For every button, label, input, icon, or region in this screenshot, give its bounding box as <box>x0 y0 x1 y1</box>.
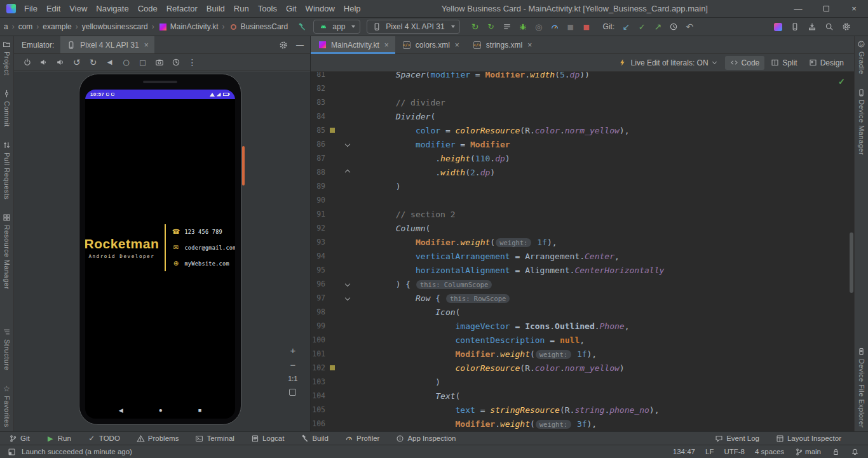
code-text[interactable]: Column( <box>356 224 430 233</box>
toolwindow-button-build[interactable]: Build <box>301 434 329 443</box>
menu-file[interactable]: File <box>20 0 42 17</box>
power-icon[interactable] <box>22 57 32 68</box>
menu-refactor[interactable]: Refactor <box>162 0 202 17</box>
close-tab-icon[interactable]: × <box>455 41 459 50</box>
code-text[interactable]: Row { this: RowScope <box>356 293 510 303</box>
line-number[interactable]: 88 <box>311 168 325 177</box>
menu-view[interactable]: View <box>65 0 92 17</box>
phone-screen[interactable]: 10:57 Rocketman <box>85 90 235 419</box>
update-project-icon[interactable]: ↙ <box>621 22 631 32</box>
minimize-button[interactable]: — <box>784 0 812 17</box>
caret-position-widget[interactable]: 134:47 <box>673 448 695 455</box>
history-icon[interactable] <box>668 22 679 32</box>
settings-gear-icon[interactable] <box>841 22 851 32</box>
menu-git[interactable]: Git <box>281 0 301 17</box>
stop-disabled-icon[interactable]: ■ <box>566 22 576 32</box>
toolwindow-button-logcat[interactable]: Logcat <box>251 434 285 443</box>
breadcrumb-item-yellowbusinesscard[interactable]: yellowbusinesscard <box>82 22 148 31</box>
rotate-left-icon[interactable]: ↺ <box>71 57 82 68</box>
code-text[interactable]: verticalArrangement = Arrangement.Center… <box>356 252 620 261</box>
stop-icon[interactable]: ■ <box>581 22 592 32</box>
toolwindow-button-gradle[interactable]: GGradle <box>857 40 865 74</box>
overview-icon[interactable]: □ <box>137 57 148 68</box>
line-number[interactable]: 93 <box>311 238 325 246</box>
line-number[interactable]: 99 <box>311 321 325 330</box>
toolwindow-button-event-log[interactable]: Event Log <box>715 434 759 443</box>
line-number[interactable]: 82 <box>311 84 325 93</box>
line-number[interactable]: 83 <box>311 98 325 107</box>
mode-design[interactable]: Design <box>804 56 849 70</box>
editor-scrollbar-thumb[interactable] <box>850 232 853 293</box>
nav-back-icon[interactable]: ◀ <box>119 407 123 414</box>
line-number[interactable]: 105 <box>311 405 325 414</box>
code-text[interactable]: Icon( <box>356 307 460 317</box>
code-text[interactable]: text = stringResource(R.string.phone_no)… <box>356 405 659 415</box>
editor-tab-colors-xml[interactable]: </>colors.xml× <box>395 36 466 53</box>
editor-tab-strings-xml[interactable]: </>strings.xml× <box>466 36 538 53</box>
menu-build[interactable]: Build <box>202 0 229 17</box>
line-number[interactable]: 87 <box>311 154 325 163</box>
line-ending-widget[interactable]: LF <box>705 448 714 455</box>
code-text[interactable]: horizontalAlignment = Alignment.CenterHo… <box>356 266 664 275</box>
mode-split[interactable]: Split <box>766 56 802 70</box>
snapshots-icon[interactable] <box>170 57 181 68</box>
toolwindow-button-resource-manager[interactable]: Resource Manager <box>3 213 11 290</box>
inspections-status-icon[interactable]: ✓ <box>838 77 845 86</box>
attach-debugger-icon[interactable]: ◎ <box>534 22 544 32</box>
code-text[interactable]: Divider( <box>356 112 435 121</box>
device-select[interactable]: Pixel 4 XL API 31 <box>367 20 459 34</box>
search-everywhere-icon[interactable] <box>824 22 834 32</box>
line-number[interactable]: 97 <box>311 293 325 302</box>
code-text[interactable]: modifier = Modifier <box>356 140 510 149</box>
close-tab-icon[interactable]: × <box>144 41 149 50</box>
line-number[interactable]: 103 <box>311 377 325 386</box>
commit-icon[interactable]: ✓ <box>637 22 647 32</box>
notifications-bell-icon[interactable] <box>850 447 859 456</box>
line-number[interactable]: 106 <box>311 419 325 428</box>
editor-tab-mainactivity-kt[interactable]: MainActivity.kt× <box>311 36 395 53</box>
toolwindow-button-git[interactable]: Git <box>9 434 30 443</box>
toolwindow-button-device-manager[interactable]: Device Manager <box>857 88 865 155</box>
menu-tools[interactable]: Tools <box>254 0 281 17</box>
hide-panel-icon[interactable]: — <box>296 41 304 50</box>
toolwindow-button-commit[interactable]: Commit <box>3 90 11 127</box>
zoom-reset-button[interactable]: 1:1 <box>288 375 297 382</box>
code-text[interactable]: imageVector = Icons.Outlined.Phone, <box>356 321 630 331</box>
indentation-widget[interactable]: 4 spaces <box>755 448 784 455</box>
code-text[interactable]: ) { this: ColumnScope <box>356 280 492 289</box>
toolwindow-button-todo[interactable]: ✓TODO <box>88 434 120 443</box>
code-text[interactable]: Modifier.weight(weight: 3f), <box>356 419 597 429</box>
toolwindow-button-profiler[interactable]: Profiler <box>345 434 379 443</box>
live-edit-toggle[interactable]: Live Edit of literals: ON <box>618 58 716 68</box>
line-number[interactable]: 101 <box>311 349 325 358</box>
push-icon[interactable]: ↗ <box>653 22 663 32</box>
zoom-out-button[interactable]: − <box>290 361 295 369</box>
code-text[interactable]: .height(110.dp) <box>356 154 510 163</box>
toolwindows-icon[interactable] <box>6 447 17 457</box>
line-number[interactable]: 90 <box>311 196 325 205</box>
zoom-fit-icon[interactable] <box>289 389 296 396</box>
menu-help[interactable]: Help <box>339 0 365 17</box>
code-text[interactable]: ) <box>356 377 440 387</box>
menu-window[interactable]: Window <box>301 0 339 17</box>
toolwindow-button-terminal[interactable]: Terminal <box>195 434 234 443</box>
code-text[interactable]: ) <box>356 182 400 191</box>
toolwindow-button-device-file-explorer[interactable]: Device File Explorer <box>857 347 865 428</box>
device-manager-icon[interactable] <box>790 22 800 32</box>
toolwindow-button-app-inspection[interactable]: App Inspection <box>396 434 456 443</box>
line-number[interactable]: 96 <box>311 280 325 288</box>
breadcrumb-item-a[interactable]: a <box>4 22 8 31</box>
line-number[interactable]: 92 <box>311 224 325 232</box>
menu-edit[interactable]: Edit <box>42 0 65 17</box>
zoom-in-button[interactable]: + <box>290 346 295 354</box>
toolwindow-button-pull-requests[interactable]: Pull Requests <box>3 141 11 199</box>
running-devices-icon[interactable] <box>773 22 783 32</box>
breadcrumb-item-example[interactable]: example <box>43 22 71 31</box>
color-preview-swatch[interactable] <box>330 128 335 133</box>
fold-down-icon[interactable] <box>345 295 350 300</box>
code-text[interactable]: .width(2.dp) <box>356 168 495 177</box>
menu-code[interactable]: Code <box>133 0 162 17</box>
volume-down-icon[interactable] <box>38 57 49 68</box>
line-number[interactable]: 86 <box>311 140 325 149</box>
menu-run[interactable]: Run <box>229 0 254 17</box>
